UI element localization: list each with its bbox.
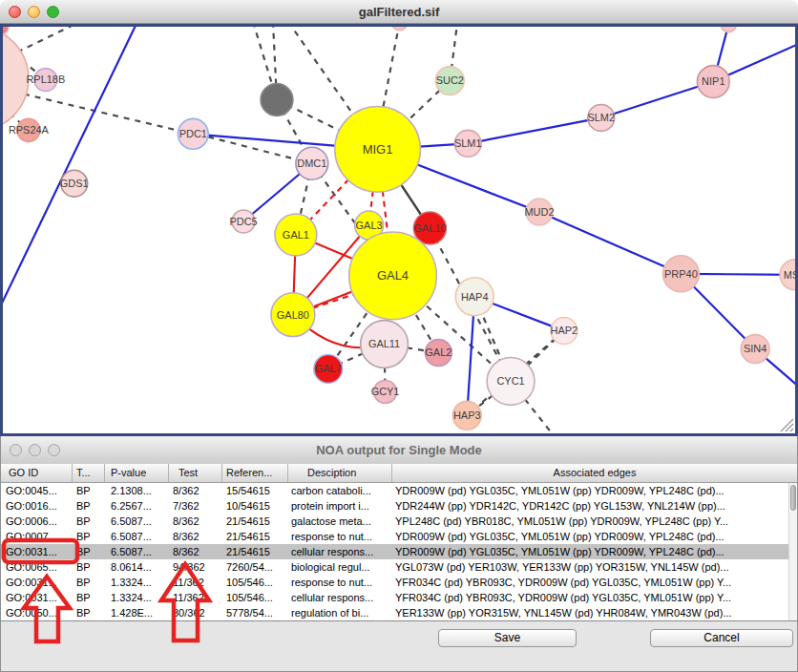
network-canvas[interactable]: RPL18BRPS24AGDS1PDC1MIG1DMC1SUC2SLM1SLM2… bbox=[0, 24, 798, 436]
cell-reference: 5778/54... bbox=[222, 605, 288, 620]
cell-type: BP bbox=[73, 544, 105, 559]
node-label: RPS24A bbox=[9, 124, 50, 136]
edge bbox=[24, 94, 193, 135]
cell-test: 8/362 bbox=[169, 544, 222, 559]
node-label: GAL10 bbox=[413, 222, 446, 234]
cell-type: BP bbox=[73, 559, 105, 575]
cell-p_value: 1.3324... bbox=[105, 590, 169, 605]
table-row[interactable]: GO:0007...BP6.5087...8/36221/54615respon… bbox=[1, 529, 797, 544]
cell-test: 8/362 bbox=[169, 483, 222, 498]
cell-p_value: 1.3324... bbox=[105, 575, 169, 590]
node-label: DMC1 bbox=[297, 158, 326, 169]
cell-reference: 105/546... bbox=[222, 575, 288, 590]
column-header-test[interactable]: Test bbox=[169, 464, 222, 482]
cell-type: BP bbox=[73, 590, 105, 605]
cell-test: 80/362 bbox=[169, 605, 222, 620]
cell-edges: YDR244W (pp) YDR142C, YDR142C (pp) YGL15… bbox=[392, 498, 797, 514]
cell-go_id: GO:0016... bbox=[1, 498, 73, 514]
cell-type: BP bbox=[73, 514, 105, 529]
save-button[interactable]: Save bbox=[438, 629, 577, 647]
node-label: SLM1 bbox=[454, 137, 482, 149]
column-header-go-id[interactable]: GO ID bbox=[1, 464, 73, 482]
vertical-scrollbar[interactable] bbox=[788, 483, 797, 620]
column-header-p-value[interactable]: P-value bbox=[105, 464, 169, 482]
node-label: PDC1 bbox=[179, 128, 207, 139]
cell-description: cellular respons... bbox=[288, 590, 392, 605]
table-row[interactable]: GO:0065...BP8.0614...94/3627260/54...bio… bbox=[1, 559, 797, 575]
column-header-associated-edges[interactable]: Associated edges bbox=[392, 464, 797, 482]
cell-description: cellular respons... bbox=[288, 544, 392, 559]
cell-description: carbon cataboli... bbox=[288, 483, 392, 498]
cell-go_id: GO:0006... bbox=[1, 514, 73, 529]
cell-go_id: GO:0031... bbox=[1, 590, 73, 605]
cell-test: 8/362 bbox=[169, 529, 222, 544]
scrollbar-thumb[interactable] bbox=[790, 485, 796, 511]
network-graph[interactable]: RPL18BRPS24AGDS1PDC1MIG1DMC1SUC2SLM1SLM2… bbox=[3, 27, 795, 433]
table-row[interactable]: GO:0045...BP2.1308...8/36215/54615carbon… bbox=[1, 483, 797, 498]
noa-window-title: NOA output for Single Mode bbox=[1, 436, 797, 464]
table-row[interactable]: GO:0016...BP6.2567...7/36210/54615protei… bbox=[1, 498, 797, 514]
node-label: PDC5 bbox=[229, 216, 257, 227]
node-label: GAL4 bbox=[377, 268, 409, 283]
cell-p_value: 8.0614... bbox=[105, 559, 169, 575]
node[interactable] bbox=[3, 27, 9, 34]
node[interactable] bbox=[261, 84, 293, 116]
cell-edges: YFR034C (pd) YBR093C, YDR009W (pd) YGL03… bbox=[392, 590, 797, 605]
edge bbox=[384, 27, 400, 106]
cell-go_id: GO:0007... bbox=[1, 529, 73, 544]
cell-edges: YDR009W (pd) YGL035C, YML051W (pp) YDR00… bbox=[392, 529, 797, 544]
resize-grip-icon[interactable] bbox=[779, 419, 794, 432]
noa-output-window: NOA output for Single Mode GO ID T... P-… bbox=[0, 436, 798, 672]
cell-type: BP bbox=[73, 529, 105, 544]
cell-reference: 10/54615 bbox=[222, 498, 288, 514]
node[interactable] bbox=[392, 27, 408, 31]
cell-type: BP bbox=[73, 498, 105, 514]
table-header: GO ID T... P-value Test Referen... Desci… bbox=[1, 464, 797, 483]
node-label: GAL3 bbox=[356, 220, 383, 231]
table-body: GO:0045...BP2.1308...8/36215/54615carbon… bbox=[1, 483, 797, 621]
cell-reference: 15/54615 bbox=[222, 483, 288, 498]
table-row[interactable]: GO:0031...BP1.3324...11/362105/546...cel… bbox=[1, 590, 797, 605]
cell-edges: YPL248C (pd) YBR018C, YML051W (pp) YDR00… bbox=[392, 514, 797, 529]
node-label: HAP3 bbox=[453, 410, 481, 421]
cell-reference: 7260/54... bbox=[222, 559, 288, 575]
cell-p_value: 6.2567... bbox=[105, 498, 169, 514]
cell-description: protein import i... bbox=[288, 498, 392, 514]
network-window: galFiltered.sif RPL18BRPS24AGDS1PDC1MIG1… bbox=[0, 0, 798, 436]
node-label: CYC1 bbox=[496, 375, 524, 387]
cell-test: 8/362 bbox=[169, 514, 222, 529]
table-row[interactable]: GO:0050...BP1.428E...80/3625778/54...reg… bbox=[1, 605, 797, 620]
cancel-button[interactable]: Cancel bbox=[650, 629, 793, 647]
cell-edges: YFR034C (pd) YBR093C, YDR009W (pd) YGL03… bbox=[392, 575, 797, 590]
cell-p_value: 6.5087... bbox=[105, 544, 169, 559]
cell-edges: YGL073W (pd) YER103W, YER133W (pp) YOR31… bbox=[392, 559, 797, 575]
network-window-titlebar: galFiltered.sif bbox=[0, 0, 798, 24]
node-label: GAL80 bbox=[277, 309, 309, 321]
node-label: MIG1 bbox=[363, 142, 393, 157]
cell-type: BP bbox=[73, 483, 105, 498]
node-label: SLM2 bbox=[587, 112, 615, 123]
cell-edges: YDR009W (pd) YGL035C, YML051W (pp) YDR00… bbox=[392, 544, 797, 559]
table-row[interactable]: GO:0031...BP1.3324...11/362105/546...res… bbox=[1, 575, 797, 590]
cell-reference: 21/54615 bbox=[222, 514, 288, 529]
cell-reference: 21/54615 bbox=[222, 529, 288, 544]
column-header-description[interactable]: Desciption bbox=[288, 464, 392, 482]
column-header-reference[interactable]: Referen... bbox=[222, 464, 288, 482]
node-label: HAP2 bbox=[551, 325, 578, 336]
node-label: MSN bbox=[784, 269, 795, 281]
node-label: GCY1 bbox=[371, 386, 400, 397]
node[interactable] bbox=[721, 27, 736, 32]
cell-p_value: 6.5087... bbox=[105, 514, 169, 529]
cell-description: regulation of bi... bbox=[288, 605, 392, 620]
edge bbox=[539, 212, 681, 274]
cell-test: 11/362 bbox=[169, 575, 222, 590]
cell-description: response to nut... bbox=[288, 529, 392, 544]
table-row[interactable]: GO:0031...BP6.5087...8/36221/54615cellul… bbox=[1, 544, 797, 559]
cell-edges: YER133W (pp) YOR315W, YNL145W (pd) YHR08… bbox=[392, 605, 797, 620]
node[interactable] bbox=[3, 27, 29, 131]
network-window-title: galFiltered.sif bbox=[0, 0, 798, 24]
table-row[interactable]: GO:0006...BP6.5087...8/36221/54615galact… bbox=[1, 514, 797, 529]
screen: galFiltered.sif RPL18BRPS24AGDS1PDC1MIG1… bbox=[0, 0, 798, 672]
column-header-type[interactable]: T... bbox=[73, 464, 105, 482]
node-label: SIN4 bbox=[744, 343, 766, 354]
